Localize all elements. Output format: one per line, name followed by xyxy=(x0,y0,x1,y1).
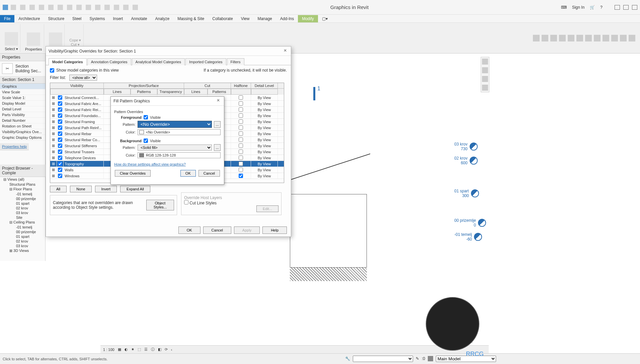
halftone-checkbox[interactable] xyxy=(239,144,243,148)
detail-level-cell[interactable]: By View xyxy=(251,143,278,149)
prop-row[interactable]: Display Model xyxy=(0,101,45,106)
close-icon[interactable]: ✕ xyxy=(215,98,221,104)
nav-icon[interactable] xyxy=(482,76,488,82)
select-label[interactable]: Select ▾ xyxy=(5,47,18,51)
ceiling-plans[interactable]: ⊟ Ceiling Plans xyxy=(0,220,46,225)
show-model-categories-checkbox[interactable] xyxy=(50,68,54,73)
fp-item[interactable]: 03 krov xyxy=(0,210,46,215)
vc-icon[interactable]: ✷ xyxy=(131,347,134,352)
category-visibility-checkbox[interactable] xyxy=(58,119,62,124)
qat-icon[interactable] xyxy=(114,5,119,10)
vc-icon[interactable]: ◧ xyxy=(158,347,161,352)
qat-icon[interactable] xyxy=(95,5,100,10)
fp-item[interactable]: Site xyxy=(0,215,46,220)
halftone-checkbox[interactable] xyxy=(239,162,243,166)
category-visibility-checkbox[interactable] xyxy=(58,168,62,172)
qat-icon[interactable] xyxy=(123,5,129,10)
detail-level-cell[interactable]: By View xyxy=(251,155,278,161)
cp-item[interactable]: 02 krov xyxy=(0,239,46,244)
detail-level-cell[interactable]: By View xyxy=(251,173,278,179)
expand-icon[interactable]: ⊞ xyxy=(50,131,57,136)
expand-icon[interactable]: ⊞ xyxy=(50,155,57,161)
expand-icon[interactable]: ⊞ xyxy=(50,125,57,130)
cp-item[interactable]: -01 temelj xyxy=(0,225,46,230)
detail-level-cell[interactable]: By View xyxy=(251,107,278,112)
cp-item[interactable]: 00 prizemlje xyxy=(0,230,46,234)
fp-item[interactable]: 00 prizemlje xyxy=(0,196,46,201)
tab-annotate[interactable]: Annotate xyxy=(127,15,151,22)
halftone-checkbox[interactable] xyxy=(239,101,243,106)
all-button[interactable]: All xyxy=(50,186,67,192)
halftone-checkbox[interactable] xyxy=(239,168,243,172)
category-visibility-checkbox[interactable] xyxy=(58,101,62,106)
fg-color-picker[interactable]: <No Override> xyxy=(138,129,221,135)
expand-icon[interactable]: ⊞ xyxy=(50,161,57,167)
workset-icon[interactable]: 🔧 xyxy=(345,356,350,361)
category-visibility-checkbox[interactable] xyxy=(58,131,62,136)
expand-icon[interactable]: ⊞ xyxy=(50,107,57,112)
category-visibility-checkbox[interactable] xyxy=(58,174,62,178)
filter-list-dropdown[interactable]: <show all> xyxy=(69,75,97,81)
help-icon[interactable]: ? xyxy=(600,5,603,10)
vc-icon[interactable]: ⓘ xyxy=(151,347,155,352)
bg-visible-checkbox[interactable] xyxy=(144,139,148,143)
category-visibility-checkbox[interactable] xyxy=(58,95,62,100)
level-head-icon[interactable] xyxy=(470,157,478,165)
prop-row[interactable]: Detail Number xyxy=(0,118,45,123)
expand-icon[interactable]: ⊞ xyxy=(50,119,57,124)
qat-icon[interactable] xyxy=(104,5,110,10)
workset-dropdown[interactable] xyxy=(353,356,413,362)
halftone-checkbox[interactable] xyxy=(239,174,243,178)
halftone-checkbox[interactable] xyxy=(239,125,243,130)
tab-modify[interactable]: Modify xyxy=(298,15,318,22)
category-visibility-checkbox[interactable] xyxy=(58,162,62,166)
halftone-checkbox[interactable] xyxy=(239,95,243,100)
category-visibility-checkbox[interactable] xyxy=(58,144,62,148)
fp-item[interactable]: 02 krov xyxy=(0,206,46,210)
design-option-icon[interactable] xyxy=(428,356,433,361)
sign-in-link[interactable]: Sign In xyxy=(572,5,584,10)
detail-level-cell[interactable]: By View xyxy=(251,95,278,100)
halftone-checkbox[interactable] xyxy=(239,138,243,142)
tab-filters[interactable]: Filters xyxy=(227,58,244,65)
tab-steel[interactable]: Steel xyxy=(68,15,85,22)
quick-access-toolbar[interactable] xyxy=(11,5,138,10)
detail-level-cell[interactable]: By View xyxy=(251,161,278,167)
expand-icon[interactable]: ⊞ xyxy=(50,95,57,100)
bg-pattern-browse-button[interactable]: ... xyxy=(214,144,221,151)
modify-tool-icon[interactable] xyxy=(5,32,18,46)
cart-icon[interactable]: 🛒 xyxy=(590,5,595,10)
fg-visible-checkbox[interactable] xyxy=(144,115,148,119)
tab-architecture[interactable]: Architecture xyxy=(14,15,44,22)
halftone-checkbox[interactable] xyxy=(239,113,243,118)
type-selector[interactable]: Section Building Sec... xyxy=(15,64,41,73)
invert-button[interactable]: Invert xyxy=(95,186,117,192)
fg-pattern-dropdown[interactable]: <No Override> xyxy=(138,121,212,128)
tab-annotation-categories[interactable]: Annotation Categories xyxy=(87,58,131,65)
vc-icon[interactable]: ▦ xyxy=(118,347,121,352)
fp-cancel-button[interactable]: Cancel xyxy=(198,170,220,177)
tab-imported-categories[interactable]: Imported Categories xyxy=(185,58,226,65)
qat-icon[interactable] xyxy=(58,5,63,10)
halftone-checkbox[interactable] xyxy=(239,156,243,160)
scale-label[interactable]: 1 : 100 xyxy=(103,348,114,352)
tab-addins[interactable]: Add-Ins xyxy=(276,15,298,22)
level-head-icon[interactable] xyxy=(474,233,482,241)
detail-level-cell[interactable]: By View xyxy=(251,167,278,173)
bg-color-picker[interactable]: RGB 128-128-128 xyxy=(138,152,221,158)
prop-row[interactable]: View Scale xyxy=(0,89,45,95)
structural-plans[interactable]: Structural Plans xyxy=(0,182,46,187)
cp-item[interactable]: 03 krov xyxy=(0,244,46,248)
expand-icon[interactable]: ⊞ xyxy=(50,173,57,179)
cancel-button[interactable]: Cancel xyxy=(203,226,231,234)
qat-icon[interactable] xyxy=(67,5,72,10)
view-control-bar[interactable]: 1 : 100 ▦ ◐ ✷ ⬚ ☰ ⓘ ◧ ⟳ ‹ xyxy=(100,345,489,353)
vc-icon[interactable]: ⟳ xyxy=(165,347,168,352)
category-visibility-checkbox[interactable] xyxy=(58,125,62,130)
prop-row[interactable]: Visibility/Graphics Ove... xyxy=(0,129,45,135)
keyboard-icon[interactable]: ⌨ xyxy=(561,5,567,10)
tab-systems[interactable]: Systems xyxy=(85,15,109,22)
fp-ok-button[interactable]: OK xyxy=(180,170,196,177)
help-button[interactable]: Help xyxy=(262,226,287,234)
qat-icon[interactable] xyxy=(39,5,44,10)
